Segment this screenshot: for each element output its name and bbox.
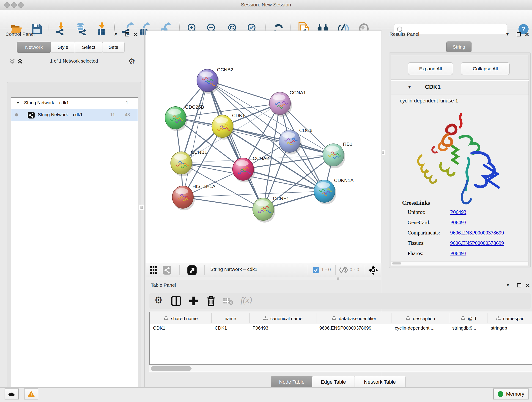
tab-select[interactable]: Select: [75, 42, 103, 53]
table-cell[interactable]: CDK1: [215, 325, 227, 331]
selected-node-edge-counts: 1 - 0: [321, 267, 331, 272]
window-title: Session: New Session: [0, 2, 532, 8]
tab-node-table[interactable]: Node Table: [271, 376, 312, 388]
memory-label: Memory: [506, 391, 524, 397]
tab-edge-table[interactable]: Edge Table: [312, 376, 355, 388]
crosslink-uniprot-link[interactable]: P06493: [450, 209, 466, 215]
function-builder-icon[interactable]: f(x): [241, 295, 252, 305]
string-network-icon: [28, 112, 35, 119]
horizontal-splitter[interactable]: [146, 277, 381, 280]
gene-expander-icon[interactable]: ▼: [408, 85, 412, 89]
network-row[interactable]: String Network – cdk1 11 48: [11, 109, 138, 121]
tab-string-results[interactable]: String: [446, 41, 472, 52]
network-share-icon[interactable]: [163, 266, 171, 275]
table-hscrollbar[interactable]: [149, 365, 532, 372]
collection-label: String Network – cdk1: [24, 100, 69, 105]
table-panel-float-icon[interactable]: [517, 283, 521, 287]
results-panel-close-icon[interactable]: ✕: [525, 32, 529, 38]
table-cell[interactable]: stringdb: [491, 325, 507, 331]
crosslink-label: Pharos:: [408, 250, 423, 256]
collapse-all-networks-icon[interactable]: [9, 58, 15, 65]
table-panel-collapse-icon[interactable]: ▼: [506, 283, 510, 288]
left-splitter-handle[interactable]: [139, 205, 144, 210]
network-label: String Network – cdk1: [38, 112, 83, 117]
svg-text:CDK1: CDK1: [232, 113, 245, 118]
column-header-description[interactable]: description: [392, 314, 449, 323]
delete-table-icon[interactable]: [223, 298, 233, 306]
expand-all-networks-icon[interactable]: [17, 58, 23, 65]
table-panel-close-icon[interactable]: ✕: [525, 282, 530, 289]
network-selection-status: 1 of 1 Network selected: [29, 58, 119, 64]
grid-view-icon[interactable]: [150, 266, 158, 275]
tree-hierarchy-icon: [331, 316, 336, 322]
node-table[interactable]: shared nameCDK1nameCDK1canonical nameP06…: [149, 312, 532, 365]
column-header--id[interactable]: @id: [449, 314, 488, 323]
svg-text:CCNA1: CCNA1: [290, 90, 306, 95]
results-panel-float-icon[interactable]: [517, 32, 521, 36]
table-cell[interactable]: CDK1: [153, 325, 165, 331]
table-hscrollbar-thumb[interactable]: [151, 366, 191, 371]
tree-hierarchy-icon: [461, 316, 466, 322]
gene-description: cyclin-dependent kinase 1: [400, 98, 458, 104]
results-panel-collapse-icon[interactable]: ▼: [505, 32, 510, 37]
table-toolbar: ⚙ f(x): [149, 293, 531, 309]
left-splitter[interactable]: [144, 29, 145, 387]
add-column-icon[interactable]: [189, 296, 198, 307]
tab-network[interactable]: Network: [17, 42, 51, 53]
tab-style[interactable]: Style: [51, 42, 75, 53]
crosslink-pharos-link[interactable]: P06493: [450, 250, 466, 256]
table-cell[interactable]: stringdb:9...: [452, 325, 476, 331]
network-canvas[interactable]: CCNB2CCNA1CDC25BCDK1CDC6RB1CCNB1CCNA2CDK…: [146, 31, 382, 263]
network-edge-count: 48: [125, 112, 130, 117]
network-node-count: 11: [110, 112, 115, 117]
network-collection-row[interactable]: ▼ String Network – cdk1 1: [11, 98, 138, 109]
birds-eye-view-icon[interactable]: [368, 265, 378, 276]
svg-text:CDC25B: CDC25B: [185, 104, 204, 109]
table-options-gear-icon[interactable]: ⚙: [154, 295, 163, 305]
svg-text:CDC6: CDC6: [299, 128, 312, 133]
control-panel-collapse-icon[interactable]: ▼: [114, 32, 118, 37]
show-columns-icon[interactable]: [171, 296, 181, 307]
svg-text:HIST1H1A: HIST1H1A: [192, 184, 215, 189]
cloud-status-button[interactable]: [5, 389, 19, 400]
selected-checkbox-icon[interactable]: [313, 267, 319, 274]
string-network-graph[interactable]: CCNB2CCNA1CDC25BCDK1CDC6RB1CCNB1CCNA2CDK…: [146, 31, 381, 263]
table-cell[interactable]: 9606.ENSP00000378699: [319, 325, 371, 331]
crosslink-compartments-link[interactable]: 9606.ENSP00000378699: [450, 230, 504, 236]
results-panel-title: Results Panel: [389, 32, 419, 37]
table-panel-title: Table Panel: [151, 282, 176, 288]
tree-hierarchy-icon: [263, 316, 268, 322]
column-header-canonical-name[interactable]: canonical name: [249, 314, 316, 323]
tab-sets[interactable]: Sets: [102, 42, 125, 53]
network-view-toolbar: String Network – cdk1 1 - 0 0 - 0: [146, 263, 381, 277]
hidden-eye-icon[interactable]: [339, 267, 348, 274]
control-panel-float-icon[interactable]: [125, 32, 129, 36]
svg-text:CCNB1: CCNB1: [191, 149, 207, 155]
delete-column-icon[interactable]: [206, 296, 216, 307]
tab-network-table[interactable]: Network Table: [354, 376, 405, 388]
table-cell[interactable]: P06493: [253, 325, 268, 331]
collection-expander-icon[interactable]: ▼: [16, 101, 20, 105]
open-in-window-icon[interactable]: [187, 265, 196, 276]
control-panel-close-icon[interactable]: ✕: [133, 32, 138, 38]
svg-text:CDKN1A: CDKN1A: [334, 178, 354, 183]
crosslink-label: Tissues:: [408, 240, 425, 246]
svg-text:CCNE1: CCNE1: [273, 196, 289, 201]
memory-button[interactable]: Memory: [493, 389, 529, 400]
column-header-database-identifier[interactable]: database identifier: [316, 314, 392, 323]
collapse-all-button[interactable]: Collapse All: [461, 62, 510, 75]
status-bar: Memory: [0, 387, 532, 402]
svg-text:CCNA2: CCNA2: [253, 156, 269, 161]
warning-status-button[interactable]: [24, 389, 38, 400]
expand-all-button[interactable]: Expand All: [408, 62, 453, 75]
crosslink-tissues-link[interactable]: 9606.ENSP00000378699: [450, 240, 504, 246]
results-hscrollbar[interactable]: [391, 262, 528, 265]
column-header-shared-name[interactable]: shared name: [150, 314, 211, 323]
column-header-namespac[interactable]: namespac: [488, 314, 532, 323]
gene-header-row[interactable]: ▼ CDK1: [391, 81, 529, 95]
column-header-name[interactable]: name: [211, 314, 249, 323]
crosslink-label: Uniprot:: [408, 209, 425, 215]
crosslink-genecard-link[interactable]: P06493: [450, 220, 466, 225]
network-list-options-gear-icon[interactable]: ⚙: [128, 57, 135, 66]
table-cell[interactable]: cyclin-dependent ...: [395, 325, 434, 331]
